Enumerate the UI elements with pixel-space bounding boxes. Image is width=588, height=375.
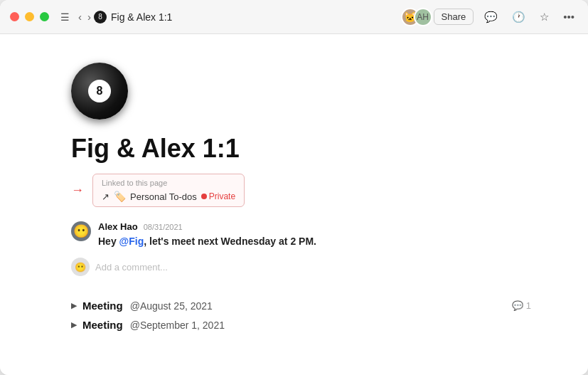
page-cover-emoji <box>71 63 128 120</box>
comment-mention[interactable]: @Fig <box>119 236 144 247</box>
private-dot-icon <box>201 194 207 199</box>
subpage-triangle-icon-1: ▶ <box>71 320 77 329</box>
page-favicon: 8 <box>94 11 107 23</box>
subpage-item-1[interactable]: ▶ Meeting @September 1, 2021 <box>71 315 531 334</box>
avatar-2: AH <box>414 8 432 26</box>
comment-count-0: 1 <box>526 300 531 311</box>
linked-tooltip: Linked to this page ↗ 🏷️ Personal To-dos… <box>92 174 245 207</box>
subpage-list: ▶ Meeting @August 25, 2021 💬 1 ▶ Meeting… <box>71 296 531 334</box>
more-button[interactable]: ••• <box>560 9 578 25</box>
avatar-emoji: 😶 <box>73 223 89 239</box>
bookmark-button[interactable]: ☆ <box>536 9 552 26</box>
history-button[interactable]: 🕐 <box>508 9 529 26</box>
comment-text-before: Hey <box>98 236 119 247</box>
minimize-button[interactable] <box>25 12 34 21</box>
comment-text: Hey @Fig, let's meet next Wednesday at 2… <box>98 234 531 249</box>
comment-date: 08/31/2021 <box>144 223 183 231</box>
subpage-item-0[interactable]: ▶ Meeting @August 25, 2021 💬 1 <box>71 296 531 315</box>
linked-item-emoji-icon: 🏷️ <box>114 191 126 202</box>
hamburger-button[interactable]: ☰ <box>58 9 73 26</box>
subpage-triangle-icon-0: ▶ <box>71 301 77 310</box>
collaborator-avatars: 🐱 AH <box>401 8 427 26</box>
comment-section: 😶 Alex Hao 08/31/2021 Hey @Fig, let's me… <box>71 221 531 279</box>
window-controls <box>10 12 49 21</box>
comments-button[interactable]: 💬 <box>481 9 501 26</box>
commenter-avatar: 😶 <box>71 221 91 241</box>
arrow-icon: → <box>71 183 84 198</box>
comment-item: 😶 Alex Hao 08/31/2021 Hey @Fig, let's me… <box>71 221 531 249</box>
subpage-date-1: @September 1, 2021 <box>130 319 225 331</box>
subpage-date-0: @August 25, 2021 <box>130 300 213 312</box>
current-user-avatar: 😶 <box>71 258 90 276</box>
subpage-name-1: Meeting <box>82 319 123 331</box>
linked-item[interactable]: ↗ 🏷️ Personal To-dos Private <box>102 191 235 202</box>
add-comment-placeholder[interactable]: Add a comment... <box>95 262 168 273</box>
linked-item-arrow-icon: ↗ <box>102 191 109 202</box>
comment-header: Alex Hao 08/31/2021 <box>98 221 531 232</box>
linked-pages-container: → Linked to this page ↗ 🏷️ Personal To-d… <box>71 174 245 207</box>
titlebar-actions: 🐱 AH Share 💬 🕐 ☆ ••• <box>401 8 578 26</box>
comment-bubble-icon-0: 💬 <box>512 300 523 311</box>
linked-label: Linked to this page <box>102 179 235 187</box>
page-title: Fig & Alex 1:1 <box>71 134 531 164</box>
subpage-comment-count-0: 💬 1 <box>512 300 531 311</box>
subpage-name-0: Meeting <box>82 300 123 312</box>
private-label: Private <box>209 191 235 201</box>
share-button[interactable]: Share <box>434 9 474 25</box>
back-button[interactable]: ‹ <box>75 9 85 24</box>
private-badge: Private <box>201 191 235 201</box>
page-content: Fig & Alex 1:1 → Linked to this page ↗ 🏷… <box>0 34 588 375</box>
comment-text-after: , let's meet next Wednesday at 2 PM. <box>144 236 316 247</box>
add-comment-row[interactable]: 😶 Add a comment... <box>71 255 531 279</box>
titlebar: ☰ ‹ › 8 Fig & Alex 1:1 🐱 AH Share 💬 🕐 ☆ … <box>0 0 588 34</box>
close-button[interactable] <box>10 12 19 21</box>
comment-author: Alex Hao <box>98 221 138 232</box>
browser-window: ☰ ‹ › 8 Fig & Alex 1:1 🐱 AH Share 💬 🕐 ☆ … <box>0 0 588 375</box>
linked-item-name: Personal To-dos <box>130 191 197 202</box>
comment-body: Alex Hao 08/31/2021 Hey @Fig, let's meet… <box>98 221 531 249</box>
maximize-button[interactable] <box>40 12 49 21</box>
tab-title: Fig & Alex 1:1 <box>111 11 172 23</box>
forward-button[interactable]: › <box>85 9 94 24</box>
